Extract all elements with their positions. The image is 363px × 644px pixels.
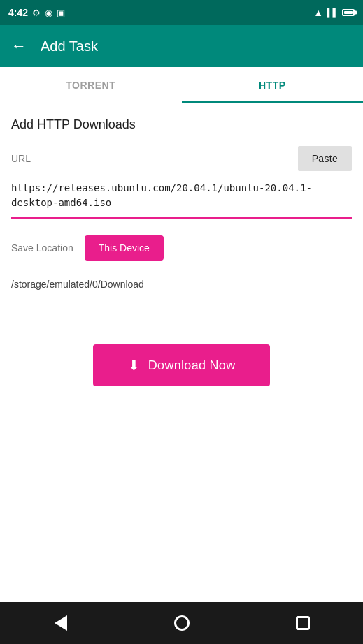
download-now-button[interactable]: ⬇ Download Now [93,344,271,386]
this-device-button[interactable]: This Device [85,235,164,261]
battery-icon [342,9,355,16]
status-bar-right: ▲ ▌▌ [313,7,355,18]
status-time: 4:42 [8,7,28,18]
nav-home-icon [174,615,190,631]
nav-back-button[interactable] [43,609,78,637]
nav-recents-icon [296,616,310,630]
nav-bar [0,602,363,644]
url-row: URL Paste [11,146,352,171]
save-location-row: Save Location This Device [11,235,352,261]
back-arrow-icon: ← [11,37,27,55]
section-title: Add HTTP Downloads [11,117,352,132]
paste-button[interactable]: Paste [298,146,352,171]
page-title: Add Task [41,38,98,54]
download-btn-container: ⬇ Download Now [11,344,352,386]
sim-icon: ▣ [57,8,65,18]
save-location-label: Save Location [11,242,73,254]
shield-icon: ◉ [45,8,52,18]
download-icon: ⬇ [128,357,140,374]
status-bar: 4:42 ⚙ ◉ ▣ ▲ ▌▌ [0,0,363,25]
settings-icon: ⚙ [32,8,41,18]
nav-back-icon [55,615,67,631]
status-bar-left: 4:42 ⚙ ◉ ▣ [8,7,65,18]
url-label: URL [11,153,31,164]
download-now-label: Download Now [148,358,236,373]
tab-torrent[interactable]: TORRENT [0,67,182,103]
wifi-icon: ▲ [313,7,323,18]
nav-recents-button[interactable] [285,609,320,637]
storage-path: /storage/emulated/0/Download [11,272,352,297]
app-bar: ← Add Task [0,25,363,67]
main-content: Add HTTP Downloads URL Paste Save Locati… [0,103,363,602]
tab-http[interactable]: HTTP [182,67,364,103]
tabs-container: TORRENT HTTP [0,67,363,103]
url-input[interactable] [11,175,352,219]
back-button[interactable]: ← [11,37,27,55]
nav-home-button[interactable] [164,609,199,637]
signal-bars-icon: ▌▌ [327,8,339,17]
